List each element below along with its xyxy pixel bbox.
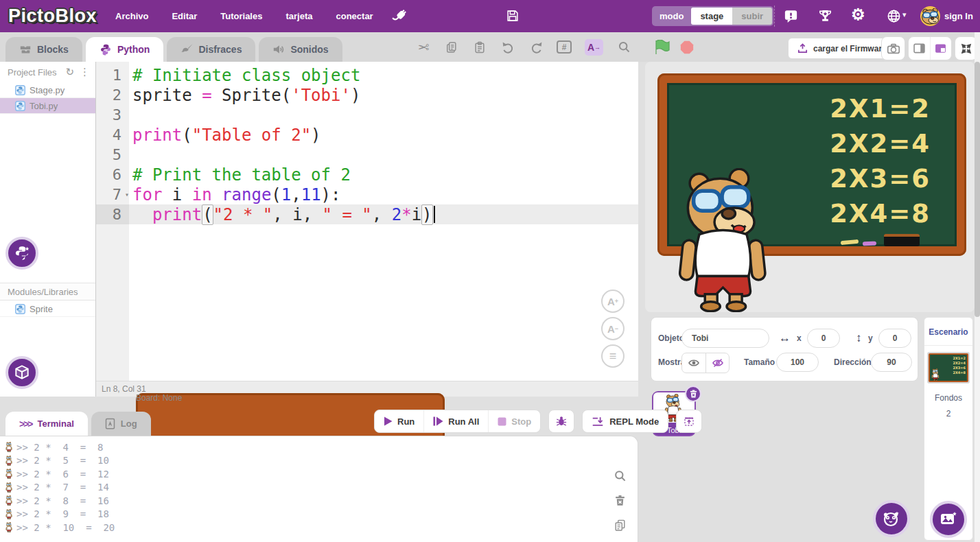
terminal-output-line: >> 2 * 6 = 12 xyxy=(5,467,638,481)
text-cursor xyxy=(434,206,435,223)
search-icon[interactable] xyxy=(616,40,631,55)
redo-icon[interactable] xyxy=(528,40,544,55)
run-button[interactable]: Run xyxy=(375,410,423,432)
stage-scrollbar[interactable] xyxy=(975,32,980,542)
sign-in-link[interactable]: sign In xyxy=(944,11,973,21)
size-input[interactable]: 100 xyxy=(776,353,819,372)
project-file-stage.py[interactable]: Stage.py xyxy=(0,82,95,98)
hide-sprite-button[interactable] xyxy=(705,353,729,373)
comment-icon[interactable]: # xyxy=(557,40,572,54)
python-icon xyxy=(100,43,112,56)
mode-upload-button[interactable]: subir xyxy=(732,8,772,25)
code-line-2[interactable]: 2sprite = Sprite('Tobi') xyxy=(96,85,638,105)
tab-disfraces[interactable]: Disfraces xyxy=(167,37,255,62)
delete-sprite-button[interactable] xyxy=(685,386,701,402)
upload-firmware-button[interactable]: cargar el Firmware xyxy=(788,38,896,59)
menu-conectar[interactable]: conectar xyxy=(324,0,384,32)
code-text[interactable]: print("Table of 2") xyxy=(129,125,638,145)
terminal-output-panel[interactable]: >> 2 * 4 = 8>> 2 * 5 = 10>> 2 * 6 = 12>>… xyxy=(0,436,638,542)
code-line-7[interactable]: 7▾for i in range(1,11): xyxy=(96,185,638,204)
show-sprite-button[interactable] xyxy=(682,353,705,373)
tab-blocks[interactable]: Blocks xyxy=(5,37,82,62)
refresh-icon[interactable]: ↻ xyxy=(65,66,74,78)
stop-button[interactable]: Stop xyxy=(488,410,540,432)
menu-editar[interactable]: Editar xyxy=(160,0,209,32)
menu-tutoriales[interactable]: Tutoriales xyxy=(209,0,274,32)
mode-stage-button[interactable]: stage xyxy=(691,8,732,25)
x-position-input[interactable]: 0 xyxy=(807,329,840,348)
trophy-icon[interactable] xyxy=(817,8,833,24)
y-position-input[interactable]: 0 xyxy=(878,329,911,348)
menu-archivo[interactable]: Archivo xyxy=(104,0,160,32)
scrollbar-thumb[interactable] xyxy=(975,62,980,317)
code-text[interactable]: # Initiate class object xyxy=(129,65,638,85)
tobi-sprite[interactable] xyxy=(675,168,779,312)
sprite-properties-panel: Objeto Tobi ↔ x 0 ↕ y 0 Mostrar Tamaño 1… xyxy=(651,317,918,381)
settings-gear-icon[interactable]: ⚙ xyxy=(851,5,865,24)
code-text[interactable]: for i in range(1,11): xyxy=(129,185,638,204)
font-decrease-button[interactable]: A− xyxy=(601,317,625,340)
project-file-tobi.py[interactable]: Tobi.py xyxy=(0,98,95,114)
code-line-3[interactable]: 3 xyxy=(96,105,638,125)
font-increase-button[interactable]: A+ xyxy=(601,290,625,313)
code-line-4[interactable]: 4print("Table of 2") xyxy=(96,125,638,145)
chalkboard-text: 2X1=22X2=42X3=62X4=8 xyxy=(830,91,931,231)
kebab-menu-icon[interactable]: ⋮ xyxy=(80,66,90,78)
code-text[interactable]: # Print the table of 2 xyxy=(129,165,638,185)
copy-icon[interactable] xyxy=(444,40,459,55)
terminal-clear-trash-icon[interactable] xyxy=(614,494,627,507)
panel-layout-toggle[interactable] xyxy=(930,37,952,60)
board-eraser xyxy=(884,234,920,246)
run-all-button[interactable]: Run All xyxy=(423,410,488,432)
debug-button[interactable] xyxy=(548,410,574,433)
code-text[interactable]: print("2 * ", i, " = ", 2*i) xyxy=(129,204,638,224)
green-flag-icon[interactable] xyxy=(654,40,670,55)
connect-plug-icon[interactable] xyxy=(390,8,408,25)
stop-sign-icon[interactable] xyxy=(679,40,695,55)
objeto-label: Objeto xyxy=(658,333,684,343)
paste-icon[interactable] xyxy=(472,40,487,55)
code-text[interactable] xyxy=(129,105,638,125)
code-editor[interactable]: 1# Initiate class object2sprite = Sprite… xyxy=(96,62,638,381)
terminal-copy-icon[interactable] xyxy=(614,519,627,532)
language-globe-icon[interactable] xyxy=(886,8,902,24)
escenario-panel[interactable]: Escenario 2X1=22X2=42X3=62X4=8 Fondos 2 xyxy=(924,317,973,541)
globe-caret-icon[interactable]: ▾ xyxy=(902,10,907,19)
screenshot-button[interactable] xyxy=(881,36,905,60)
tab-python[interactable]: Python xyxy=(86,37,163,62)
upload-to-board-button[interactable] xyxy=(676,410,702,433)
autocomplete-icon[interactable]: A→ xyxy=(585,39,603,56)
chalkboard-text-line: 2X2=4 xyxy=(830,126,931,161)
direction-input[interactable]: 90 xyxy=(871,353,912,372)
panel-right-toggle[interactable] xyxy=(909,37,930,60)
add-module-button[interactable] xyxy=(5,356,38,389)
x-label: x xyxy=(797,333,802,343)
undo-icon[interactable] xyxy=(500,40,515,55)
code-text[interactable]: sprite = Sprite('Tobi') xyxy=(129,85,638,105)
tab-log[interactable]: Log xyxy=(91,412,151,436)
save-icon[interactable] xyxy=(505,8,520,23)
stage-area[interactable]: 2X1=22X2=42X3=62X4=8 xyxy=(645,62,975,312)
feedback-icon[interactable] xyxy=(783,8,799,24)
terminal-search-icon[interactable] xyxy=(614,469,627,482)
cut-icon[interactable]: ✂ xyxy=(416,40,431,55)
user-avatar[interactable] xyxy=(920,6,940,26)
code-line-1[interactable]: 1# Initiate class object xyxy=(96,65,638,85)
escenario-title: Escenario xyxy=(924,318,972,346)
fold-arrow-icon[interactable]: ▾ xyxy=(125,191,129,198)
code-line-5[interactable]: 5 xyxy=(96,145,638,165)
add-sprite-button[interactable] xyxy=(873,500,910,537)
add-backdrop-button[interactable] xyxy=(930,501,967,538)
word-wrap-button[interactable]: ≡ xyxy=(601,344,625,368)
stage-thumbnail[interactable]: 2X1=22X2=42X3=62X4=8 xyxy=(927,352,970,384)
menu-tarjeta[interactable]: tarjeta xyxy=(274,0,324,32)
tab-sonidos[interactable]: Sonidos xyxy=(259,37,342,62)
code-line-8[interactable]: 8 print("2 * ", i, " = ", 2*i) xyxy=(96,204,638,224)
code-text[interactable] xyxy=(129,145,638,165)
tab-terminal[interactable]: >>> Terminal xyxy=(5,412,88,436)
module-item-sprite[interactable]: Sprite xyxy=(0,301,95,317)
add-python-file-button[interactable] xyxy=(5,237,38,270)
sprite-name-input[interactable]: Tobi xyxy=(681,329,769,348)
repl-mode-button[interactable]: REPL Mode xyxy=(582,410,668,433)
code-line-6[interactable]: 6# Print the table of 2 xyxy=(96,165,638,185)
